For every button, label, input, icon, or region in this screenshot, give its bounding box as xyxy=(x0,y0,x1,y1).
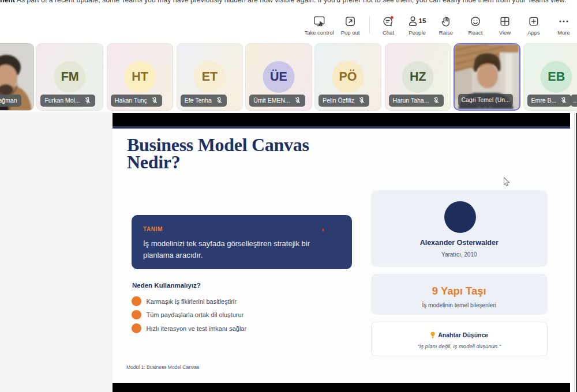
svg-text:15: 15 xyxy=(419,17,426,24)
